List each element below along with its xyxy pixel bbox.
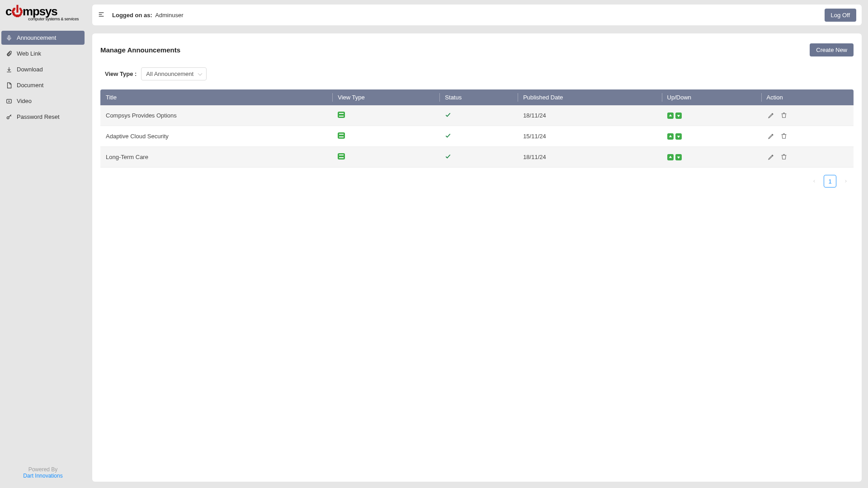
edit-button[interactable] (767, 152, 776, 161)
cell-updown (662, 105, 761, 126)
cell-published: 18/11/24 (518, 147, 661, 168)
cell-updown (662, 147, 761, 168)
cell-published: 15/11/24 (518, 126, 661, 147)
page-prev-button[interactable] (808, 175, 820, 187)
menu-toggle-icon[interactable] (98, 11, 105, 19)
topbar: Logged on as: Adminuser Log Off (92, 5, 862, 25)
logged-on-as: Logged on as: Adminuser (112, 12, 184, 19)
mic-icon (6, 35, 12, 41)
announcements-table: Title View Type Status Published Date Up… (100, 89, 854, 168)
cell-action (761, 105, 854, 126)
viewtype-badge-icon (338, 112, 345, 118)
svg-marker-3 (9, 100, 10, 102)
vendor-link[interactable]: Dart Innovations (23, 473, 62, 479)
sidebar-item-label: Password Reset (17, 113, 60, 120)
viewtype-badge-icon (338, 153, 345, 160)
main: Logged on as: Adminuser Log Off Manage A… (86, 0, 868, 488)
logoff-button[interactable]: Log Off (825, 9, 856, 22)
page-title: Manage Announcements (100, 46, 180, 54)
table-row: Long-Term Care18/11/24 (100, 147, 854, 168)
status-check-icon (445, 113, 451, 119)
svg-marker-9 (677, 115, 679, 117)
sidebar-item-label: Download (17, 66, 43, 73)
cell-status (439, 126, 518, 147)
move-up-button[interactable] (667, 113, 674, 119)
svg-marker-8 (669, 114, 671, 117)
sidebar-item-announcement[interactable]: Announcement (1, 31, 85, 45)
move-up-button[interactable] (667, 133, 674, 140)
move-up-button[interactable] (667, 154, 674, 160)
table-row: Compsys Provides Options18/11/24 (100, 105, 854, 126)
select-value: All Announcement (146, 70, 193, 77)
svg-rect-0 (8, 35, 10, 38)
sidebar-item-weblink[interactable]: Web Link (1, 47, 85, 61)
edit-button[interactable] (767, 131, 776, 141)
svg-marker-10 (669, 135, 671, 137)
cell-title: Long-Term Care (100, 147, 332, 168)
svg-marker-13 (677, 156, 679, 159)
cell-status (439, 105, 518, 126)
col-updown[interactable]: Up/Down (662, 89, 761, 105)
create-new-button[interactable]: Create New (810, 43, 854, 56)
move-down-button[interactable] (675, 133, 682, 140)
video-icon (6, 98, 12, 104)
document-icon (6, 82, 12, 89)
status-check-icon (445, 154, 451, 161)
content-card: Manage Announcements Create New View Typ… (92, 33, 862, 482)
powered-by-label: Powered By (0, 466, 86, 473)
sidebar-item-label: Document (17, 82, 43, 89)
delete-button[interactable] (779, 152, 788, 161)
view-type-select[interactable]: All Announcement (141, 67, 207, 80)
paperclip-icon (6, 51, 12, 57)
logo: c⏻mpsys computer systems & services (0, 0, 86, 26)
page-next-button[interactable] (840, 175, 852, 187)
cell-viewtype (332, 126, 439, 147)
cell-status (439, 147, 518, 168)
pagination: 1 (100, 168, 854, 188)
sidebar-item-label: Web Link (17, 50, 41, 57)
move-down-button[interactable] (675, 113, 682, 119)
move-down-button[interactable] (675, 154, 682, 160)
sidebar-nav: Announcement Web Link Download Document … (0, 26, 86, 126)
delete-button[interactable] (779, 111, 788, 120)
table-body: Compsys Provides Options18/11/24Adaptive… (100, 105, 854, 168)
svg-point-4 (7, 117, 9, 119)
table-row: Adaptive Cloud Security15/11/24 (100, 126, 854, 147)
sidebar: c⏻mpsys computer systems & services Anno… (0, 0, 86, 488)
sidebar-item-label: Announcement (17, 34, 56, 41)
cell-action (761, 147, 854, 168)
delete-button[interactable] (779, 131, 788, 141)
cell-title: Adaptive Cloud Security (100, 126, 332, 147)
svg-marker-12 (669, 156, 671, 158)
col-action[interactable]: Action (761, 89, 854, 105)
cell-published: 18/11/24 (518, 105, 661, 126)
svg-marker-11 (677, 136, 679, 138)
filter-row: View Type : All Announcement (100, 67, 854, 80)
page-number-current[interactable]: 1 (824, 175, 836, 188)
col-status[interactable]: Status (439, 89, 518, 105)
sidebar-item-document[interactable]: Document (1, 78, 85, 92)
status-check-icon (445, 133, 451, 140)
col-viewtype[interactable]: View Type (332, 89, 439, 105)
cell-viewtype (332, 147, 439, 168)
sidebar-footer: Powered By Dart Innovations (0, 466, 86, 488)
col-title[interactable]: Title (100, 89, 332, 105)
filter-label: View Type : (105, 70, 137, 77)
cell-action (761, 126, 854, 147)
col-published[interactable]: Published Date (518, 89, 661, 105)
download-icon (6, 66, 12, 73)
logged-on-label: Logged on as: (112, 12, 152, 19)
table-head: Title View Type Status Published Date Up… (100, 89, 854, 105)
username: Adminuser (155, 12, 183, 19)
sidebar-item-video[interactable]: Video (1, 94, 85, 108)
sidebar-item-download[interactable]: Download (1, 62, 85, 76)
cell-updown (662, 126, 761, 147)
edit-button[interactable] (767, 111, 776, 120)
cell-title: Compsys Provides Options (100, 105, 332, 126)
card-header: Manage Announcements Create New (100, 43, 854, 56)
key-icon (6, 114, 12, 120)
viewtype-badge-icon (338, 132, 345, 139)
sidebar-item-password-reset[interactable]: Password Reset (1, 110, 85, 124)
sidebar-item-label: Video (17, 98, 32, 104)
cell-viewtype (332, 105, 439, 126)
